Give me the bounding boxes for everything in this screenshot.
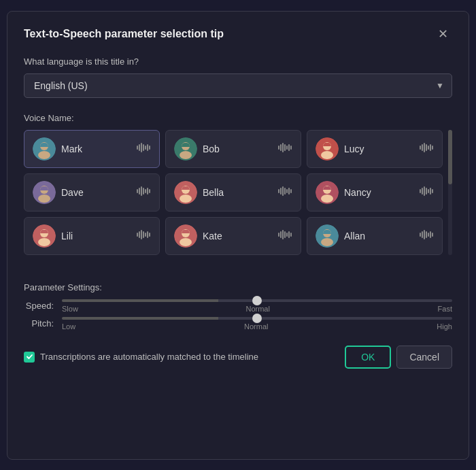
bottom-bar: Transcriptions are automatically matched… (24, 346, 452, 369)
language-select[interactable]: English (US)English (UK)SpanishFrenchGer… (24, 73, 452, 98)
close-button[interactable]: ✕ (434, 25, 452, 43)
svg-rect-13 (278, 146, 279, 150)
svg-rect-34 (139, 188, 140, 195)
svg-point-62 (38, 238, 50, 246)
scrollbar-track[interactable] (448, 130, 452, 255)
avatar (33, 224, 56, 248)
svg-rect-29 (432, 146, 433, 150)
svg-rect-3 (137, 146, 138, 150)
svg-rect-48 (288, 188, 290, 195)
voice-card-lucy[interactable]: Lucy (307, 130, 443, 168)
pitch-slider[interactable] (62, 317, 452, 320)
voice-name: Allan (344, 231, 365, 241)
pitch-slider-wrapper: Low Normal High (62, 317, 452, 331)
svg-rect-25 (424, 143, 425, 152)
voice-card-left: Bella (174, 181, 224, 204)
wave-icon (419, 142, 434, 156)
svg-rect-78 (288, 231, 290, 238)
checkbox-icon (24, 352, 35, 363)
svg-rect-39 (149, 189, 150, 193)
transcription-label-text: Transcriptions are automatically matched… (40, 352, 258, 362)
svg-rect-47 (286, 189, 288, 193)
svg-rect-26 (426, 144, 427, 151)
wave-icon (136, 142, 151, 156)
svg-rect-69 (149, 233, 150, 237)
voice-card-dave[interactable]: Dave (24, 173, 160, 212)
voice-card-left: Dave (33, 181, 84, 204)
wave-icon (277, 186, 292, 199)
voice-card-allan[interactable]: Allan (307, 217, 443, 255)
voice-card-bella[interactable]: Bella (165, 173, 301, 212)
svg-rect-6 (143, 144, 144, 151)
wave-icon (136, 229, 151, 243)
svg-rect-45 (282, 186, 284, 196)
voice-card-left: Kate (174, 224, 222, 248)
svg-rect-59 (432, 189, 433, 193)
transcription-checkbox-label[interactable]: Transcriptions are automatically matched… (24, 352, 258, 363)
svg-rect-73 (278, 233, 279, 237)
svg-rect-66 (143, 231, 144, 238)
svg-rect-67 (145, 233, 146, 237)
svg-rect-49 (290, 189, 292, 193)
voice-card-left: Mark (33, 137, 82, 161)
svg-rect-56 (426, 188, 427, 195)
voice-card-left: Nancy (316, 181, 371, 204)
svg-rect-77 (286, 233, 288, 237)
wave-icon (277, 229, 292, 243)
svg-rect-83 (420, 233, 421, 237)
voice-card-kate[interactable]: Kate (165, 217, 301, 255)
voice-name: Mark (61, 144, 82, 154)
svg-rect-37 (145, 189, 146, 193)
avatar (33, 181, 56, 204)
wave-icon (419, 186, 434, 199)
avatar (174, 224, 197, 248)
voice-card-lili[interactable]: Lili (24, 217, 160, 255)
voice-grid: Mark Bob Lucy Dave Bella Nancy (24, 130, 443, 255)
speed-slider-labels: Slow Normal Fast (62, 305, 452, 313)
svg-rect-58 (430, 188, 431, 195)
voice-card-nancy[interactable]: Nancy (307, 173, 443, 212)
svg-rect-24 (422, 144, 423, 151)
dialog-container: Text-to-Speech parameter selection tip ✕… (7, 11, 469, 460)
svg-rect-74 (280, 231, 282, 238)
svg-rect-65 (141, 230, 142, 239)
pitch-label: Pitch: (24, 318, 54, 329)
avatar (174, 181, 197, 204)
svg-point-82 (321, 238, 333, 246)
svg-rect-89 (432, 233, 433, 237)
svg-point-42 (180, 195, 192, 203)
svg-rect-28 (430, 144, 431, 151)
ok-button[interactable]: OK (345, 346, 391, 369)
wave-icon (419, 229, 434, 243)
svg-point-32 (38, 195, 50, 203)
svg-rect-57 (428, 189, 429, 193)
svg-point-72 (180, 238, 192, 246)
speed-slider[interactable] (62, 299, 452, 302)
scrollbar-thumb (448, 130, 452, 184)
svg-rect-86 (426, 231, 427, 238)
svg-rect-85 (424, 230, 425, 239)
svg-rect-43 (278, 189, 279, 193)
svg-rect-79 (290, 233, 292, 237)
voice-card-mark[interactable]: Mark (24, 130, 160, 168)
svg-rect-76 (284, 231, 286, 238)
svg-rect-54 (422, 188, 423, 195)
voice-name: Bob (203, 144, 220, 154)
avatar (316, 224, 339, 248)
svg-rect-35 (141, 186, 142, 196)
dialog-title: Text-to-Speech parameter selection tip (24, 28, 224, 40)
svg-rect-46 (284, 188, 286, 195)
svg-rect-44 (280, 188, 282, 195)
voice-name: Nancy (344, 187, 371, 198)
language-question: What language is this title in? (24, 56, 452, 67)
avatar (316, 181, 339, 204)
param-settings-label: Parameter Settings: (24, 282, 452, 292)
voice-card-bob[interactable]: Bob (165, 130, 301, 168)
svg-rect-63 (137, 233, 138, 237)
voice-section-label: Voice Name: (24, 113, 452, 123)
pitch-normal-label: Normal (244, 322, 268, 331)
voice-card-left: Bob (174, 137, 220, 161)
svg-rect-4 (139, 144, 140, 151)
svg-rect-9 (149, 146, 150, 150)
cancel-button[interactable]: Cancel (396, 346, 452, 369)
